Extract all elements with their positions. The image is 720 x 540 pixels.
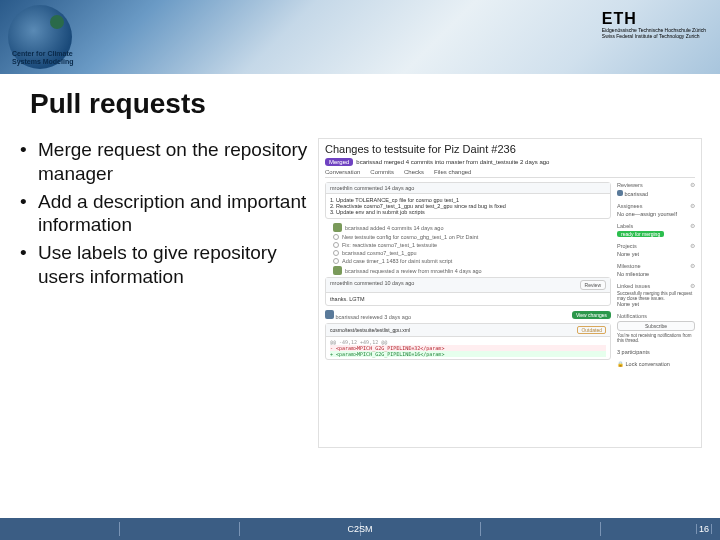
- diff-box: cosmo/test/testsuite/testlist_gpu.xml Ou…: [325, 323, 611, 360]
- footer: C2SM 16: [0, 518, 720, 540]
- pr-thread: mroethlin commented 14 days ago 1. Updat…: [325, 182, 611, 373]
- tab-files[interactable]: Files changed: [434, 169, 471, 175]
- slide-title: Pull requests: [30, 88, 720, 120]
- gear-icon[interactable]: ⚙: [690, 263, 695, 269]
- sidebar-milestone-title: Milestone: [617, 263, 641, 269]
- sidebar-projects-title: Projects: [617, 243, 637, 249]
- commit-icon: [333, 242, 339, 248]
- linked-none: None yet: [617, 301, 695, 307]
- diff-added: + <param>MPICH_G2G_PIPELINE=16</param>: [330, 351, 606, 357]
- tab-checks[interactable]: Checks: [404, 169, 424, 175]
- lock-conversation[interactable]: 🔒 Lock conversation: [617, 361, 695, 367]
- commit-row: Fix: reactivate cosmo7_test_1 testsuite: [333, 242, 611, 248]
- comment-body: thanks. LGTM: [330, 296, 606, 302]
- commit-row: bcarissad cosmo7_test_1_gpu: [333, 250, 611, 256]
- projects-value: None yet: [617, 251, 695, 257]
- tab-conversation[interactable]: Conversation: [325, 169, 360, 175]
- subscribe-button[interactable]: Subscribe: [617, 321, 695, 331]
- sidebar-labels-title: Labels: [617, 223, 633, 229]
- bullet-list: Merge request on the repository manager …: [18, 138, 318, 448]
- avatar: [333, 223, 342, 232]
- commit-icon: [333, 250, 339, 256]
- bullet-item: Merge request on the repository manager: [18, 138, 318, 186]
- pr-title: Changes to testsuite for Piz Daint #236: [325, 143, 695, 155]
- avatar: [617, 190, 623, 196]
- gear-icon[interactable]: ⚙: [690, 223, 695, 229]
- commit-row: Add case timer_1 1483 for daint submit s…: [333, 258, 611, 264]
- avatar: [325, 310, 334, 319]
- pr-byline: bcarissad merged 4 commits into master f…: [356, 159, 549, 165]
- linked-desc: Successfully merging this pull request m…: [617, 291, 695, 301]
- commits-added: bcarissad added 4 commits 14 days ago: [333, 223, 611, 232]
- commit-row: New testsuite config for cosmo_ghg_test_…: [333, 234, 611, 240]
- milestone-value: No milestone: [617, 271, 695, 277]
- github-screenshot: Changes to testsuite for Piz Daint #236 …: [318, 138, 702, 448]
- gear-icon[interactable]: ⚙: [690, 182, 695, 188]
- content-area: Merge request on the repository manager …: [0, 138, 720, 448]
- header-banner: Center for Climate Systems Modeling ETH …: [0, 0, 720, 74]
- commit-icon: [333, 234, 339, 240]
- gear-icon[interactable]: ⚙: [690, 283, 695, 289]
- comment-header: mroethlin commented 10 days ago: [330, 280, 414, 290]
- comment-header: mroethlin commented 14 days ago: [326, 183, 610, 194]
- review-button[interactable]: Review: [580, 280, 606, 290]
- reviewed-line: bcarissad reviewed 3 days ago: [336, 314, 412, 320]
- eth-logo: ETH Eidgenössische Technische Hochschule…: [602, 10, 706, 39]
- commit-icon: [333, 258, 339, 264]
- page-number: 16: [696, 524, 712, 534]
- label-ready[interactable]: ready for merging: [617, 231, 664, 237]
- merged-badge: Merged: [325, 158, 353, 166]
- reviewer-name: bcarissad: [625, 191, 649, 197]
- diff-filename: cosmo/test/testsuite/testlist_gpu.xml: [330, 327, 410, 333]
- assignees-value: No one—assign yourself: [617, 211, 695, 217]
- bullet-item: Add a description and important informat…: [18, 190, 318, 238]
- gear-icon[interactable]: ⚙: [690, 203, 695, 209]
- outdated-badge: Outdated: [577, 326, 606, 334]
- sidebar-reviewers-title: Reviewers: [617, 182, 643, 188]
- sidebar-linked-title: Linked issues: [617, 283, 650, 289]
- sidebar-assignees-title: Assignees: [617, 203, 642, 209]
- subscribe-note: You're not receiving notifications from …: [617, 333, 695, 343]
- desc-line: 3. Update env and in submit job scripts: [330, 209, 606, 215]
- pr-sidebar: Reviewers⚙ bcarissad Assignees⚙ No one—a…: [617, 182, 695, 373]
- footer-center: C2SM: [347, 524, 372, 534]
- participants: 3 participants: [617, 349, 695, 355]
- review-request: bcarissad requested a review from mroeth…: [333, 266, 611, 275]
- tab-commits[interactable]: Commits: [370, 169, 394, 175]
- comment: mroethlin commented 10 days ago Review t…: [325, 277, 611, 306]
- pr-description: mroethlin commented 14 days ago 1. Updat…: [325, 182, 611, 219]
- sidebar-notifications-title: Notifications: [617, 313, 647, 319]
- avatar: [333, 266, 342, 275]
- view-changes-button[interactable]: View changes: [572, 311, 611, 319]
- logo-text: Center for Climate Systems Modeling: [12, 50, 73, 65]
- bullet-item: Use labels to give repository users info…: [18, 241, 318, 289]
- pr-tabs: Conversation Commits Checks Files change…: [325, 169, 695, 178]
- gear-icon[interactable]: ⚙: [690, 243, 695, 249]
